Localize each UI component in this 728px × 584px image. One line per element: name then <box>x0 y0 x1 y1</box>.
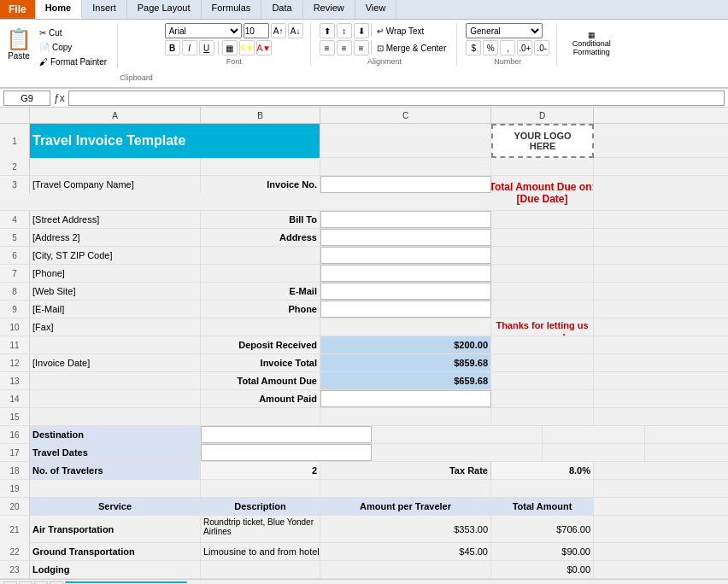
increase-decimal-button[interactable]: .0+ <box>517 40 532 55</box>
wrap-text-button[interactable]: ↵ Wrap Text <box>373 23 428 38</box>
tab-insert[interactable]: Insert <box>82 0 127 19</box>
align-top-button[interactable]: ⬆ <box>320 23 335 38</box>
cell-a14[interactable] <box>30 390 201 407</box>
tab-home[interactable]: Home <box>35 0 83 19</box>
travel-dates-input[interactable] <box>201 444 372 461</box>
amount-paid-input[interactable] <box>320 390 491 407</box>
cell-b5[interactable]: Address <box>201 229 320 246</box>
merge-center-button[interactable]: ⊡ Merge & Center <box>373 40 450 55</box>
comma-button[interactable]: , <box>500 40 515 55</box>
phone-input[interactable] <box>320 301 491 318</box>
cell-a13[interactable] <box>30 372 201 389</box>
col-header-a[interactable]: A <box>30 108 201 123</box>
tab-review[interactable]: Review <box>303 0 355 19</box>
cut-button[interactable]: ✂ Cut <box>36 26 110 39</box>
cell-b11[interactable]: Deposit Received <box>201 336 320 353</box>
col-header-d[interactable]: D <box>491 108 594 123</box>
borders-button[interactable]: ▦ <box>222 40 238 55</box>
bold-button[interactable]: B <box>165 40 180 55</box>
cell-a11[interactable] <box>30 336 201 353</box>
cell-b15[interactable] <box>201 408 320 425</box>
cell-a10[interactable]: [Fax] <box>30 318 201 336</box>
cell-a5[interactable]: [Address 2] <box>30 229 201 246</box>
tax-rate-value[interactable]: 8.0% <box>491 462 594 479</box>
cell-a19[interactable] <box>30 480 201 497</box>
fill-color-button[interactable]: A▼ <box>239 40 255 55</box>
cell-b6[interactable] <box>201 247 320 264</box>
ground-transport-amount[interactable]: $45.00 <box>320 543 491 560</box>
percent-button[interactable]: % <box>483 40 498 55</box>
destination-input[interactable] <box>201 426 372 443</box>
cell-b4[interactable]: Bill To <box>201 211 320 228</box>
sheet-nav-next[interactable]: ▶ <box>34 581 48 585</box>
city-input[interactable] <box>320 265 491 282</box>
cell-a2[interactable] <box>30 158 201 175</box>
deposit-value[interactable]: $200.00 <box>320 336 491 353</box>
cell-d11[interactable] <box>491 336 594 353</box>
cell-d16[interactable] <box>543 426 645 443</box>
cell-d15[interactable] <box>491 408 594 425</box>
cell-c10[interactable] <box>320 318 491 336</box>
cell-c19[interactable] <box>320 480 491 497</box>
cell-b7[interactable] <box>201 265 320 282</box>
font-family-select[interactable]: Arial <box>165 23 242 38</box>
sheet-nav-prev[interactable]: ◀ <box>19 581 32 585</box>
file-tab[interactable]: File <box>0 0 35 19</box>
total-due-value[interactable]: $659.68 <box>320 372 491 389</box>
currency-button[interactable]: $ <box>466 40 481 55</box>
formula-fn-icon[interactable]: ƒx <box>54 92 65 104</box>
cell-b9[interactable]: Phone <box>201 301 320 318</box>
lodging-desc[interactable] <box>201 561 320 578</box>
align-bottom-button[interactable]: ⬇ <box>354 23 369 38</box>
travelers-value[interactable]: 2 <box>201 462 320 479</box>
font-decrease-button[interactable]: A↓ <box>288 23 303 38</box>
cell-b12[interactable]: Invoice Total <box>201 354 320 371</box>
italic-button[interactable]: I <box>182 40 197 55</box>
underline-button[interactable]: U <box>199 40 214 55</box>
cell-d7[interactable] <box>491 265 594 282</box>
air-transport-desc[interactable]: Roundtrip ticket, Blue Yonder Airlines <box>201 516 320 543</box>
cell-c17[interactable] <box>372 444 543 461</box>
address-input[interactable] <box>320 229 491 246</box>
paste-button[interactable]: 📋 Paste <box>5 23 32 64</box>
air-transport-amount[interactable]: $353.00 <box>320 516 491 543</box>
cell-b8[interactable]: E-Mail <box>201 283 320 300</box>
cell-a9[interactable]: [E-Mail] <box>30 301 201 318</box>
cell-a3[interactable]: [Travel Company Name] <box>30 176 201 193</box>
tab-view[interactable]: View <box>355 0 397 19</box>
sheet-nav-last[interactable]: ▶| <box>50 581 63 585</box>
cell-c16[interactable] <box>372 426 543 443</box>
conditional-formatting-button[interactable]: ▦ Conditional Formatting <box>566 23 617 64</box>
format-painter-button[interactable]: 🖌 Format Painter <box>36 55 110 68</box>
number-format-select[interactable]: General <box>466 23 543 38</box>
lodging-total[interactable]: $0.00 <box>491 561 594 578</box>
align-left-button[interactable]: ≡ <box>320 40 335 55</box>
email-input[interactable] <box>320 283 491 300</box>
cell-d19[interactable] <box>491 480 594 497</box>
cell-b13[interactable]: Total Amount Due <box>201 372 320 389</box>
tab-formulas[interactable]: Formulas <box>202 0 262 19</box>
cell-c15[interactable] <box>320 408 491 425</box>
cell-a8[interactable]: [Web Site] <box>30 283 201 300</box>
sheet-tab-travel-services[interactable]: Travel Services Invoice <box>65 581 187 585</box>
address2-input[interactable] <box>320 247 491 264</box>
font-increase-button[interactable]: A↑ <box>271 23 286 38</box>
invoice-total-value[interactable]: $859.68 <box>320 354 491 371</box>
bill-to-input[interactable] <box>320 211 491 228</box>
cell-a4[interactable]: [Street Address] <box>30 211 201 228</box>
copy-button[interactable]: 📄 Copy <box>36 41 110 54</box>
cell-a12[interactable]: [Invoice Date] <box>30 354 201 371</box>
sheet-nav-first[interactable]: |◀ <box>3 581 17 585</box>
align-center-button[interactable]: ≡ <box>337 40 352 55</box>
formula-input[interactable] <box>68 91 725 106</box>
cell-b3[interactable]: Invoice No. <box>201 176 320 193</box>
align-middle-button[interactable]: ↕ <box>337 23 352 38</box>
cell-d17[interactable] <box>543 444 645 461</box>
cell-c2[interactable] <box>320 158 491 175</box>
cell-a7[interactable]: [Phone] <box>30 265 201 282</box>
decrease-decimal-button[interactable]: .0- <box>534 40 549 55</box>
lodging-amount[interactable] <box>320 561 491 578</box>
ground-transport-desc[interactable]: Limousine to and from hotel <box>201 543 320 560</box>
cell-d6[interactable] <box>491 247 594 264</box>
tab-page-layout[interactable]: Page Layout <box>127 0 202 19</box>
